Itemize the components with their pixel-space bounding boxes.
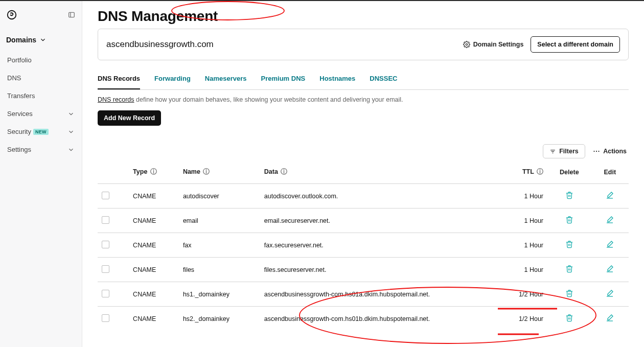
description: DNS records define how your domain behav… [98,96,629,103]
cell-type: CNAME [129,184,179,209]
sidebar-item-label: Settings [7,146,31,153]
domain-name: ascendbusinessgrowth.com [106,39,214,50]
th-type: Type ⓘ [129,160,179,184]
th-delete: Delete [547,160,591,184]
description-link[interactable]: DNS records [98,96,134,103]
sidebar-item-transfers[interactable]: Transfers [5,87,77,105]
dots-icon: ··· [593,148,600,155]
sidebar-item-portfolio[interactable]: Portfolio [5,51,77,69]
tab-dns-records[interactable]: DNS Records [98,70,140,89]
info-icon[interactable]: ⓘ [150,168,157,175]
th-name: Name ⓘ [179,160,260,184]
domain-settings-label: Domain Settings [473,41,524,48]
cell-type: CNAME [129,307,179,331]
add-record-button[interactable]: Add New Record [98,110,161,126]
cell-type: CNAME [129,233,179,258]
cell-type: CNAME [129,282,179,307]
sidebar-item-label: Security [7,128,31,135]
filters-button[interactable]: Filters [543,144,585,158]
chevron-down-icon [67,146,75,153]
tab-hostnames[interactable]: Hostnames [319,70,355,89]
sidebar-item-services[interactable]: Services [5,105,77,123]
sidebar-item-settings[interactable]: Settings [5,141,77,158]
tab-forwarding[interactable]: Forwarding [154,70,191,89]
row-checkbox[interactable] [102,314,109,322]
cell-ttl: 1 Hour [503,209,547,233]
info-icon[interactable]: ⓘ [537,168,543,175]
domain-settings-button[interactable]: Domain Settings [463,41,524,48]
actions-button[interactable]: ··· Actions [591,145,629,158]
table-row: CNAMEhs1._domainkeyascendbusinessgrowth-… [98,282,629,307]
sidebar-item-dns[interactable]: DNS [5,69,77,87]
delete-icon[interactable] [565,216,573,224]
cell-name: autodiscover [179,184,260,209]
cell-ttl: 1/2 Hour [503,307,547,331]
domain-bar: ascendbusinessgrowth.com Domain Settings… [98,29,629,60]
cell-name: files [179,258,260,282]
delete-icon[interactable] [565,289,573,297]
new-badge: NEW [33,129,49,135]
svg-point-3 [466,43,468,45]
svg-point-0 [8,11,16,19]
edit-icon[interactable] [606,314,614,322]
select-domain-button[interactable]: Select a different domain [531,36,620,53]
filter-icon [549,148,556,155]
brand-logo[interactable] [6,9,17,20]
sidebar-item-label: DNS [7,74,21,82]
records-table: Type ⓘ Name ⓘ Data ⓘ TTL ⓘ Delete Edit C… [98,160,629,331]
edit-icon[interactable] [606,240,614,248]
sidebar: Domains PortfolioDNSTransfersServicesSec… [0,1,82,347]
cell-name: hs2._domainkey [179,307,260,331]
main-content: DNS Management ascendbusinessgrowth.com … [82,1,644,347]
nav-domains-header[interactable]: Domains [5,32,77,48]
filters-label: Filters [559,148,579,155]
cell-name: email [179,209,260,233]
table-row: CNAMEfaxfax.secureserver.net.1 Hour [98,233,629,258]
delete-icon[interactable] [565,191,573,199]
delete-icon[interactable] [565,314,573,322]
cell-data: files.secureserver.net. [260,258,504,282]
cell-name: hs1._domainkey [179,282,260,307]
tab-dnssec[interactable]: DNSSEC [370,70,397,89]
th-edit: Edit [591,160,629,184]
gear-icon [463,41,470,48]
edit-icon[interactable] [606,265,614,273]
svg-rect-1 [69,12,75,17]
actions-label: Actions [603,148,627,155]
chevron-down-icon [67,128,75,135]
cell-data: ascendbusinessgrowth-com.hs01a.dkim.hubs… [260,282,504,307]
row-checkbox[interactable] [102,241,109,248]
delete-icon[interactable] [565,240,573,248]
table-row: CNAMEhs2._domainkeyascendbusinessgrowth-… [98,307,629,331]
cell-ttl: 1 Hour [503,258,547,282]
cell-data: email.secureserver.net. [260,209,504,233]
sidebar-item-label: Services [7,110,33,118]
table-row: CNAMEfilesfiles.secureserver.net.1 Hour [98,258,629,282]
edit-icon[interactable] [606,216,614,224]
info-icon[interactable]: ⓘ [281,168,287,175]
cell-type: CNAME [129,209,179,233]
chevron-down-icon [39,36,47,43]
row-checkbox[interactable] [102,265,109,273]
th-data: Data ⓘ [260,160,504,184]
cell-ttl: 1/2 Hour [503,282,547,307]
nav-domains-label: Domains [6,36,36,44]
cell-name: fax [179,233,260,258]
edit-icon[interactable] [606,289,614,297]
edit-icon[interactable] [606,191,614,199]
cell-type: CNAME [129,258,179,282]
tab-nameservers[interactable]: Nameservers [205,70,247,89]
description-rest: define how your domain behaves, like sho… [134,96,403,103]
cell-data: fax.secureserver.net. [260,233,504,258]
tab-premium-dns[interactable]: Premium DNS [261,70,306,89]
sidebar-item-security[interactable]: SecurityNEW [5,123,77,141]
info-icon[interactable]: ⓘ [203,168,210,175]
tabs: DNS RecordsForwardingNameserversPremium … [98,70,629,90]
sidebar-collapse-icon[interactable] [67,11,76,19]
delete-icon[interactable] [565,265,573,273]
th-ttl: TTL ⓘ [503,160,547,184]
row-checkbox[interactable] [102,216,109,224]
row-checkbox[interactable] [102,290,109,297]
row-checkbox[interactable] [102,192,109,199]
page-title: DNS Management [98,8,629,25]
